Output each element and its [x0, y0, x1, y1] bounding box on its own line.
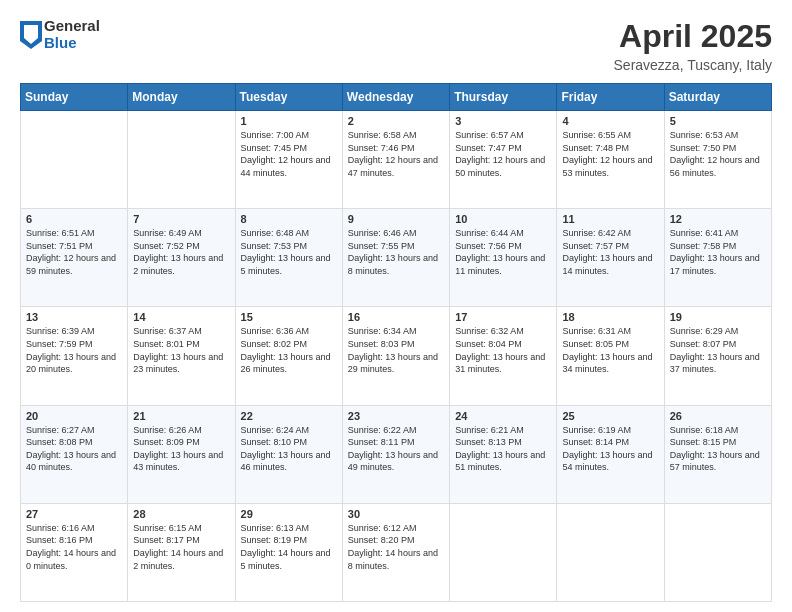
table-cell: 13 Sunrise: 6:39 AM Sunset: 7:59 PM Dayl…	[21, 307, 128, 405]
table-row: 27 Sunrise: 6:16 AM Sunset: 8:16 PM Dayl…	[21, 503, 772, 601]
logo: General Blue	[20, 18, 100, 51]
day-sunrise: Sunrise: 6:42 AM	[562, 228, 631, 238]
day-daylight: Daylight: 13 hours and 43 minutes.	[133, 450, 223, 473]
day-number: 6	[26, 213, 122, 225]
day-number: 20	[26, 410, 122, 422]
sub-title: Seravezza, Tuscany, Italy	[614, 57, 772, 73]
day-sunrise: Sunrise: 6:39 AM	[26, 326, 95, 336]
day-number: 27	[26, 508, 122, 520]
day-number: 12	[670, 213, 766, 225]
day-daylight: Daylight: 13 hours and 8 minutes.	[348, 253, 438, 276]
day-sunrise: Sunrise: 6:53 AM	[670, 130, 739, 140]
day-sunset: Sunset: 8:13 PM	[455, 437, 522, 447]
day-number: 7	[133, 213, 229, 225]
calendar-table: Sunday Monday Tuesday Wednesday Thursday…	[20, 83, 772, 602]
table-cell: 15 Sunrise: 6:36 AM Sunset: 8:02 PM Dayl…	[235, 307, 342, 405]
day-number: 25	[562, 410, 658, 422]
logo-general-text: General	[44, 18, 100, 35]
day-sunrise: Sunrise: 6:27 AM	[26, 425, 95, 435]
day-daylight: Daylight: 13 hours and 23 minutes.	[133, 352, 223, 375]
day-number: 13	[26, 311, 122, 323]
table-cell: 18 Sunrise: 6:31 AM Sunset: 8:05 PM Dayl…	[557, 307, 664, 405]
table-cell: 14 Sunrise: 6:37 AM Sunset: 8:01 PM Dayl…	[128, 307, 235, 405]
col-saturday: Saturday	[664, 84, 771, 111]
day-number: 16	[348, 311, 444, 323]
table-cell: 11 Sunrise: 6:42 AM Sunset: 7:57 PM Dayl…	[557, 209, 664, 307]
day-sunrise: Sunrise: 6:31 AM	[562, 326, 631, 336]
day-sunrise: Sunrise: 6:15 AM	[133, 523, 202, 533]
day-daylight: Daylight: 13 hours and 49 minutes.	[348, 450, 438, 473]
day-sunrise: Sunrise: 6:16 AM	[26, 523, 95, 533]
day-sunset: Sunset: 8:16 PM	[26, 535, 93, 545]
day-sunset: Sunset: 7:57 PM	[562, 241, 629, 251]
table-cell: 12 Sunrise: 6:41 AM Sunset: 7:58 PM Dayl…	[664, 209, 771, 307]
day-sunset: Sunset: 8:05 PM	[562, 339, 629, 349]
day-sunrise: Sunrise: 6:46 AM	[348, 228, 417, 238]
table-cell: 23 Sunrise: 6:22 AM Sunset: 8:11 PM Dayl…	[342, 405, 449, 503]
table-cell: 22 Sunrise: 6:24 AM Sunset: 8:10 PM Dayl…	[235, 405, 342, 503]
table-cell: 19 Sunrise: 6:29 AM Sunset: 8:07 PM Dayl…	[664, 307, 771, 405]
day-daylight: Daylight: 14 hours and 8 minutes.	[348, 548, 438, 571]
day-sunset: Sunset: 7:52 PM	[133, 241, 200, 251]
day-sunset: Sunset: 7:48 PM	[562, 143, 629, 153]
logo-blue-text: Blue	[44, 35, 100, 52]
day-sunrise: Sunrise: 6:12 AM	[348, 523, 417, 533]
day-sunset: Sunset: 7:59 PM	[26, 339, 93, 349]
day-daylight: Daylight: 12 hours and 44 minutes.	[241, 155, 331, 178]
day-sunset: Sunset: 7:45 PM	[241, 143, 308, 153]
day-number: 24	[455, 410, 551, 422]
day-daylight: Daylight: 13 hours and 26 minutes.	[241, 352, 331, 375]
day-number: 29	[241, 508, 337, 520]
day-daylight: Daylight: 13 hours and 17 minutes.	[670, 253, 760, 276]
day-daylight: Daylight: 13 hours and 40 minutes.	[26, 450, 116, 473]
day-sunrise: Sunrise: 6:36 AM	[241, 326, 310, 336]
day-sunrise: Sunrise: 6:18 AM	[670, 425, 739, 435]
table-cell	[450, 503, 557, 601]
day-daylight: Daylight: 13 hours and 37 minutes.	[670, 352, 760, 375]
day-daylight: Daylight: 12 hours and 53 minutes.	[562, 155, 652, 178]
table-cell: 28 Sunrise: 6:15 AM Sunset: 8:17 PM Dayl…	[128, 503, 235, 601]
table-cell: 6 Sunrise: 6:51 AM Sunset: 7:51 PM Dayli…	[21, 209, 128, 307]
table-cell: 16 Sunrise: 6:34 AM Sunset: 8:03 PM Dayl…	[342, 307, 449, 405]
day-sunset: Sunset: 8:20 PM	[348, 535, 415, 545]
day-sunrise: Sunrise: 6:32 AM	[455, 326, 524, 336]
table-cell: 27 Sunrise: 6:16 AM Sunset: 8:16 PM Dayl…	[21, 503, 128, 601]
day-daylight: Daylight: 12 hours and 59 minutes.	[26, 253, 116, 276]
day-number: 11	[562, 213, 658, 225]
day-daylight: Daylight: 14 hours and 2 minutes.	[133, 548, 223, 571]
day-sunrise: Sunrise: 6:13 AM	[241, 523, 310, 533]
day-sunrise: Sunrise: 6:58 AM	[348, 130, 417, 140]
day-sunset: Sunset: 7:46 PM	[348, 143, 415, 153]
col-friday: Friday	[557, 84, 664, 111]
day-daylight: Daylight: 13 hours and 57 minutes.	[670, 450, 760, 473]
col-tuesday: Tuesday	[235, 84, 342, 111]
day-daylight: Daylight: 13 hours and 46 minutes.	[241, 450, 331, 473]
day-number: 9	[348, 213, 444, 225]
day-sunrise: Sunrise: 6:41 AM	[670, 228, 739, 238]
table-cell: 29 Sunrise: 6:13 AM Sunset: 8:19 PM Dayl…	[235, 503, 342, 601]
logo-text: General Blue	[44, 18, 100, 51]
day-number: 30	[348, 508, 444, 520]
day-sunset: Sunset: 8:17 PM	[133, 535, 200, 545]
day-number: 18	[562, 311, 658, 323]
day-daylight: Daylight: 13 hours and 54 minutes.	[562, 450, 652, 473]
table-cell	[664, 503, 771, 601]
day-sunrise: Sunrise: 6:51 AM	[26, 228, 95, 238]
table-cell: 17 Sunrise: 6:32 AM Sunset: 8:04 PM Dayl…	[450, 307, 557, 405]
day-daylight: Daylight: 13 hours and 51 minutes.	[455, 450, 545, 473]
day-daylight: Daylight: 13 hours and 14 minutes.	[562, 253, 652, 276]
day-sunrise: Sunrise: 6:26 AM	[133, 425, 202, 435]
day-daylight: Daylight: 13 hours and 31 minutes.	[455, 352, 545, 375]
day-sunset: Sunset: 7:56 PM	[455, 241, 522, 251]
table-cell: 21 Sunrise: 6:26 AM Sunset: 8:09 PM Dayl…	[128, 405, 235, 503]
day-number: 3	[455, 115, 551, 127]
day-sunset: Sunset: 8:07 PM	[670, 339, 737, 349]
day-sunrise: Sunrise: 6:57 AM	[455, 130, 524, 140]
day-sunrise: Sunrise: 6:29 AM	[670, 326, 739, 336]
day-daylight: Daylight: 12 hours and 47 minutes.	[348, 155, 438, 178]
day-number: 22	[241, 410, 337, 422]
day-sunset: Sunset: 7:58 PM	[670, 241, 737, 251]
day-sunrise: Sunrise: 6:37 AM	[133, 326, 202, 336]
day-sunset: Sunset: 8:10 PM	[241, 437, 308, 447]
day-daylight: Daylight: 13 hours and 20 minutes.	[26, 352, 116, 375]
